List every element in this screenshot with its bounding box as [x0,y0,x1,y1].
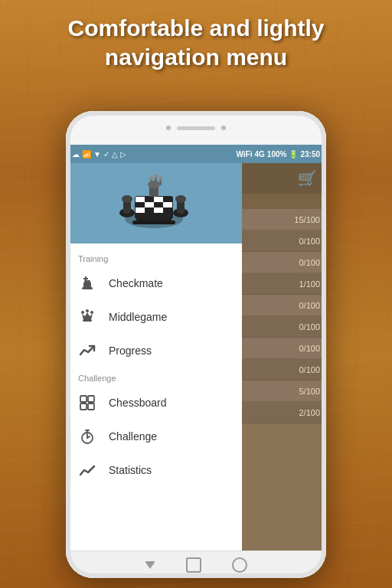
svg-rect-29 [132,220,175,224]
status-icons-left: ☁ 📶 ▼ ✓ △ ▷ [72,150,126,158]
svg-rect-16 [136,207,145,213]
cell-signal: 4G [255,150,265,158]
svg-point-6 [175,195,186,203]
app-heading: Comfortable and lightly navigation menu [0,14,392,71]
wifi-signal: WiFi [236,150,252,158]
svg-rect-11 [163,197,172,202]
back-button[interactable] [145,561,155,569]
svg-rect-19 [163,207,172,213]
status-icons: ☁ [72,150,80,158]
statistics-trend-icon [78,461,96,479]
menu-item-challenge[interactable]: Challenge [66,420,242,453]
grid-icon [78,394,96,412]
svg-rect-39 [80,396,87,402]
menu-item-chessboard[interactable]: Chessboard [66,386,242,420]
battery-icon: 🔋 [289,150,298,158]
svg-rect-13 [145,202,154,207]
king-icon [78,274,96,292]
play-icon: ▷ [120,150,126,158]
menu-item-statistics[interactable]: Statistics [66,453,242,487]
svg-rect-31 [83,278,88,279]
menu-label-middlegame: Middlegame [109,311,167,323]
heading-line2: navigation menu [105,44,287,70]
recent-button[interactable] [232,557,247,573]
camera-dot [166,126,171,130]
svg-point-36 [86,309,89,312]
svg-point-25 [149,176,153,180]
home-button[interactable] [186,557,201,573]
svg-rect-9 [145,197,154,202]
app-content: 🛒 progress 15/100 0/100 0/100 1/100 0/10… [66,163,326,578]
wifi-icon: 📶 [82,150,91,158]
queen-icon [78,308,96,326]
menu-label-challenge: Challenge [109,430,157,443]
timer-icon [78,427,96,446]
phone-bottom-bar [66,550,326,578]
svg-rect-12 [136,202,145,207]
chess-logo [108,165,200,242]
phone-frame: ☁ 📶 ▼ ✓ △ ▷ WiFi 4G 100% 🔋 23:50 🛒 progr… [66,111,326,578]
cart-icon[interactable]: 🛒 [298,169,317,188]
svg-rect-38 [83,319,92,322]
menu-label-chessboard: Chessboard [109,397,167,409]
svg-rect-8 [136,197,145,202]
svg-rect-18 [154,207,163,213]
svg-point-35 [81,311,84,314]
navigation-drawer: Training Checkmate [66,163,242,578]
svg-rect-40 [88,396,94,402]
menu-label-progress: Progress [109,345,152,357]
menu-item-middlegame[interactable]: Middlegame [66,300,242,334]
status-right: WiFi 4G 100% 🔋 23:50 [236,150,320,158]
section-label-training: Training [66,248,242,266]
svg-point-26 [154,174,158,178]
svg-rect-32 [84,280,90,282]
menu-item-checkmate[interactable]: Checkmate [66,266,242,300]
svg-rect-10 [154,197,163,202]
svg-rect-42 [88,403,94,410]
alert-icon: △ [112,150,118,158]
sensor-dot [221,126,226,130]
heading-line1: Comfortable and lightly [67,15,324,41]
notify-icon: ✓ [103,150,109,158]
svg-rect-41 [80,403,87,410]
svg-rect-15 [163,202,172,207]
drawer-menu: Training Checkmate [66,243,242,578]
svg-point-37 [90,311,93,314]
battery-pct: 100% [267,150,287,158]
svg-rect-33 [83,282,91,288]
drawer-header [66,163,242,243]
status-bar: ☁ 📶 ▼ ✓ △ ▷ WiFi 4G 100% 🔋 23:50 [66,145,326,163]
section-label-challenge: Challenge [66,368,242,386]
menu-label-checkmate: Checkmate [109,277,163,289]
svg-rect-34 [82,287,93,289]
trend-up-icon [78,341,96,360]
speaker-slot [177,126,215,130]
svg-point-3 [122,195,132,203]
menu-label-statistics: Statistics [109,464,152,476]
menu-item-progress[interactable]: Progress [66,334,242,368]
svg-rect-17 [145,207,154,213]
phone-top-bar [66,111,326,145]
signal-icon: ▼ [93,150,101,158]
svg-point-27 [158,176,162,180]
time-display: 23:50 [300,150,320,158]
svg-rect-14 [154,202,163,207]
svg-point-21 [148,181,160,188]
